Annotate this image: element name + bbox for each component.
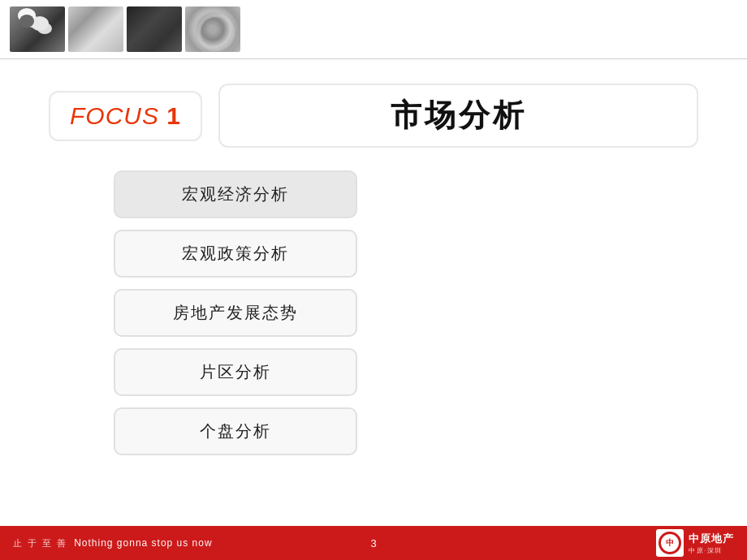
logo-main-text: 中原地产 [689, 532, 734, 546]
header-image-4 [185, 6, 240, 52]
menu-item-3[interactable]: 房地产发展态势 [114, 289, 357, 337]
centaline-icon [656, 529, 684, 557]
menu-item-label-2: 宏观政策分析 [182, 244, 289, 262]
menu-item-2[interactable]: 宏观政策分析 [114, 230, 357, 278]
header-image-2 [68, 6, 123, 52]
header-image-3 [127, 6, 182, 52]
menu-item-label-3: 房地产发展态势 [173, 304, 298, 321]
centaline-text: 中原地产 中原·深圳 [689, 532, 734, 555]
footer-chinese-text: 止 于 至 善 [13, 537, 67, 549]
menu-item-5[interactable]: 个盘分析 [114, 407, 357, 455]
footer-left: 止 于 至 善 Nothing gonna stop us now [13, 537, 656, 549]
footer: 止 于 至 善 Nothing gonna stop us now 3 中原地产… [0, 526, 747, 560]
footer-logo-area: 中原地产 中原·深圳 [656, 529, 734, 557]
main-title-text: 市场分析 [391, 95, 527, 136]
focus-word: FOCUS [70, 102, 159, 129]
footer-slogan: Nothing gonna stop us now [74, 537, 212, 549]
menu-item-1[interactable]: 宏观经济分析 [114, 170, 357, 218]
footer-page-number: 3 [370, 537, 376, 549]
header-images [0, 0, 747, 58]
main-title-box: 市场分析 [218, 84, 698, 148]
centaline-logo: 中原地产 中原·深圳 [656, 529, 734, 557]
focus-label: FOCUS 1 [70, 102, 181, 130]
menu-item-4[interactable]: 片区分析 [114, 348, 357, 396]
main-content: FOCUS 1 市场分析 宏观经济分析 宏观政策分析 房地产发展态势 片区分析 … [0, 59, 747, 498]
menu-column: 宏观经济分析 宏观政策分析 房地产发展态势 片区分析 个盘分析 [114, 170, 357, 455]
focus-box: FOCUS 1 [49, 91, 202, 141]
focus-number: 1 [166, 102, 181, 129]
menu-item-label-5: 个盘分析 [200, 422, 271, 440]
menu-item-label-1: 宏观经济分析 [182, 185, 289, 203]
logo-sub-text: 中原·深圳 [689, 546, 734, 555]
menu-item-label-4: 片区分析 [200, 363, 271, 381]
title-row: FOCUS 1 市场分析 [49, 84, 698, 148]
